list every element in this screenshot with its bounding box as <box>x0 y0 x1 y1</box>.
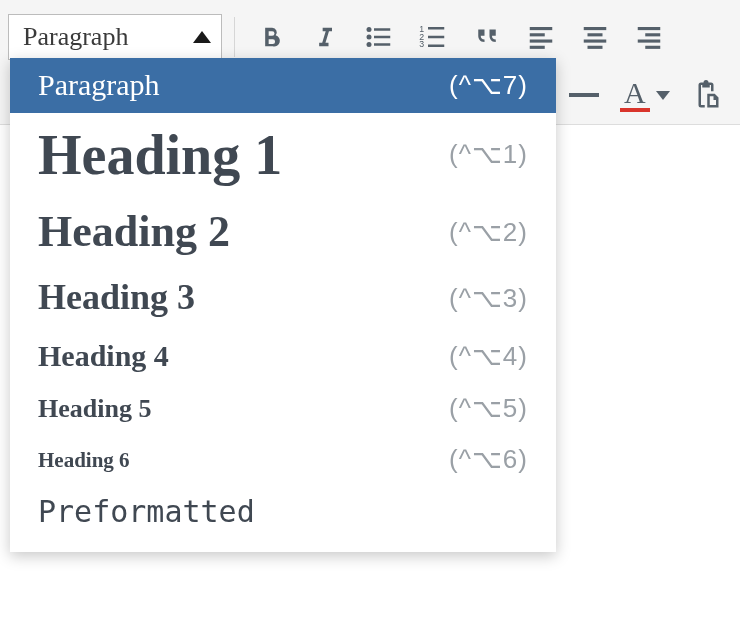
toolbar-separator <box>234 17 235 57</box>
svg-rect-1 <box>374 28 390 31</box>
format-dropdown: Paragraph(^⌥7)Heading 1(^⌥1)Heading 2(^⌥… <box>10 58 556 552</box>
format-option-label: Heading 6 <box>38 448 130 472</box>
format-option-label: Paragraph <box>38 68 160 103</box>
format-option-shortcut: (^⌥1) <box>449 139 528 170</box>
caret-down-icon <box>656 91 670 100</box>
format-option-pre[interactable]: Preformatted <box>10 485 556 540</box>
svg-rect-22 <box>638 40 661 43</box>
svg-rect-14 <box>530 40 553 43</box>
svg-rect-15 <box>530 46 545 49</box>
svg-rect-13 <box>530 33 545 36</box>
format-option-label: Heading 1 <box>38 123 282 187</box>
svg-rect-18 <box>584 40 607 43</box>
horizontal-rule-icon <box>569 93 599 97</box>
format-option-h2[interactable]: Heading 2(^⌥2) <box>10 197 556 268</box>
format-option-label: Heading 4 <box>38 339 169 374</box>
caret-up-icon <box>193 31 211 43</box>
svg-rect-20 <box>638 27 661 30</box>
svg-rect-12 <box>530 27 553 30</box>
bold-button[interactable] <box>247 13 295 61</box>
svg-rect-7 <box>428 27 444 30</box>
format-option-label: Heading 5 <box>38 394 151 424</box>
bullet-list-button[interactable] <box>355 13 403 61</box>
format-option-label: Heading 2 <box>38 207 230 258</box>
svg-rect-23 <box>645 46 660 49</box>
svg-rect-11 <box>428 45 444 48</box>
format-option-shortcut: (^⌥5) <box>449 393 528 424</box>
align-center-button[interactable] <box>571 13 619 61</box>
svg-point-2 <box>367 35 372 40</box>
svg-rect-21 <box>645 33 660 36</box>
svg-text:3: 3 <box>419 39 424 49</box>
svg-rect-16 <box>584 27 607 30</box>
svg-rect-9 <box>428 36 444 39</box>
format-select[interactable]: Paragraph <box>8 14 222 60</box>
format-option-shortcut: (^⌥2) <box>449 217 528 248</box>
paste-button[interactable] <box>682 71 730 119</box>
format-option-shortcut: (^⌥6) <box>449 444 528 475</box>
format-option-h1[interactable]: Heading 1(^⌥1) <box>10 113 556 197</box>
format-option-shortcut: (^⌥4) <box>449 341 528 372</box>
format-option-shortcut: (^⌥3) <box>449 283 528 314</box>
format-option-label: Preformatted <box>38 495 255 530</box>
svg-point-0 <box>367 27 372 32</box>
format-option-paragraph[interactable]: Paragraph(^⌥7) <box>10 58 556 113</box>
svg-rect-5 <box>374 43 390 46</box>
format-option-h4[interactable]: Heading 4(^⌥4) <box>10 329 556 384</box>
format-select-label: Paragraph <box>23 22 128 52</box>
svg-rect-3 <box>374 36 390 39</box>
align-right-button[interactable] <box>625 13 673 61</box>
svg-rect-17 <box>588 33 603 36</box>
format-option-shortcut: (^⌥7) <box>449 70 528 101</box>
align-left-button[interactable] <box>517 13 565 61</box>
svg-point-4 <box>367 42 372 47</box>
format-option-h5[interactable]: Heading 5(^⌥5) <box>10 383 556 434</box>
format-option-h6[interactable]: Heading 6(^⌥6) <box>10 434 556 485</box>
blockquote-button[interactable] <box>463 13 511 61</box>
format-option-label: Heading 3 <box>38 277 195 318</box>
format-option-h3[interactable]: Heading 3(^⌥3) <box>10 267 556 328</box>
text-color-button[interactable]: A <box>614 71 676 119</box>
horizontal-rule-button[interactable] <box>560 93 608 97</box>
numbered-list-button[interactable]: 123 <box>409 13 457 61</box>
text-color-icon: A <box>620 78 650 112</box>
italic-button[interactable] <box>301 13 349 61</box>
svg-rect-19 <box>588 46 603 49</box>
